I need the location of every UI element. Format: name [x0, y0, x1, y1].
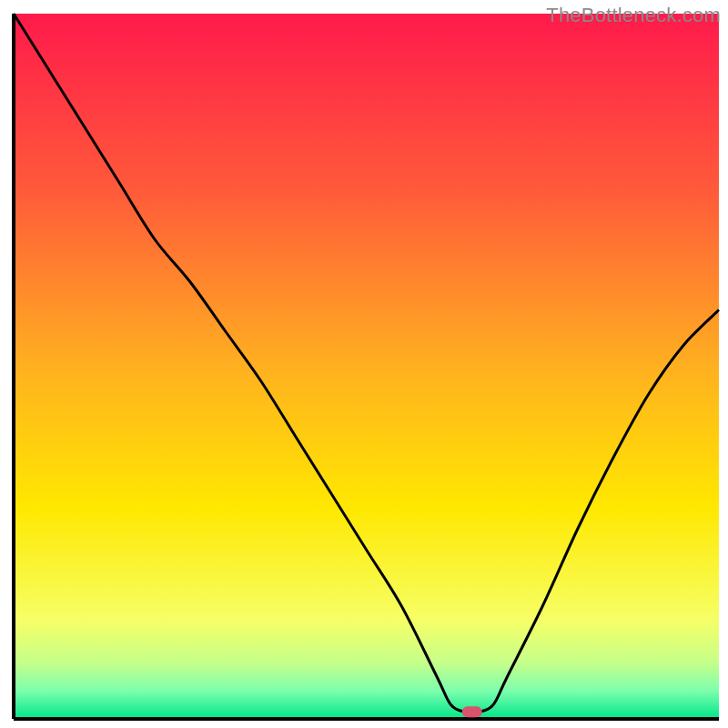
watermark-text: TheBottleneck.com: [546, 4, 721, 27]
plot-background: [14, 14, 719, 719]
minimum-marker: [462, 706, 482, 717]
bottleneck-chart: [0, 0, 728, 728]
chart-container: TheBottleneck.com: [0, 0, 728, 728]
